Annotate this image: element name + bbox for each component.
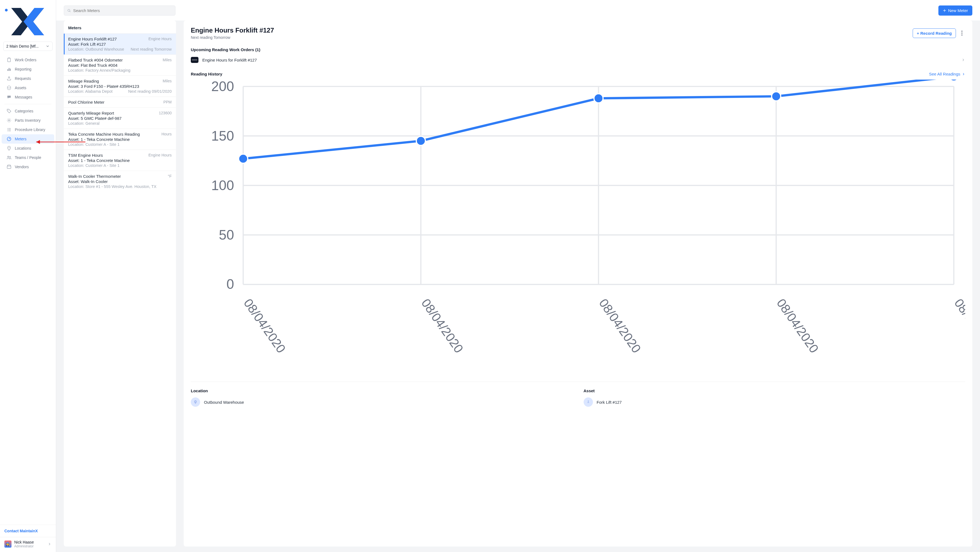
search-icon bbox=[67, 9, 71, 13]
sidebar-item-parts-inventory[interactable]: Parts Inventory bbox=[2, 116, 54, 125]
meter-next-reading: Next reading Tomorrow bbox=[130, 47, 172, 51]
meter-list-item[interactable]: Walk-In Cooler Thermometer°FAsset: Walk-… bbox=[64, 171, 176, 192]
reading-history-heading: Reading History bbox=[191, 72, 222, 76]
cubes-icon bbox=[6, 85, 11, 90]
svg-text:08/04/2020: 08/04/2020 bbox=[951, 296, 965, 355]
meter-unit: PPM bbox=[164, 100, 172, 105]
asset-row[interactable]: Fork Lift #127 bbox=[584, 397, 966, 407]
pin-icon bbox=[191, 397, 200, 407]
new-meter-button[interactable]: New Meter bbox=[939, 5, 972, 16]
sidebar-item-procedure-library[interactable]: Procedure Library bbox=[2, 125, 54, 134]
sidebar-item-meters[interactable]: Meters bbox=[2, 134, 54, 144]
svg-point-33 bbox=[949, 79, 958, 81]
svg-rect-2 bbox=[7, 69, 8, 71]
meter-unit: Engine Hours bbox=[148, 153, 172, 157]
meter-asset: Asset: Flat Bed Truck #004 bbox=[68, 63, 172, 68]
sidebar-item-teams-people[interactable]: Teams / People bbox=[2, 153, 54, 162]
see-all-readings-link[interactable]: See All Readings bbox=[929, 72, 965, 76]
sidebar-item-locations[interactable]: Locations bbox=[2, 144, 54, 153]
upcoming-work-orders-heading: Upcoming Reading Work Orders (1) bbox=[191, 47, 965, 52]
meter-location: Location: Customer A - Site 1 bbox=[68, 163, 119, 168]
more-menu-button[interactable] bbox=[959, 30, 965, 36]
location-label: Location bbox=[191, 389, 573, 393]
svg-point-11 bbox=[10, 157, 11, 157]
nav-label: Reporting bbox=[15, 67, 32, 71]
meter-name: Quarterly Mileage Report bbox=[68, 111, 114, 116]
list-icon bbox=[6, 127, 11, 132]
user-role: Administrator bbox=[14, 544, 34, 548]
meter-asset: Asset: 5 GMC Plate# def-987 bbox=[68, 116, 172, 121]
meter-name: Flatbed Truck #004 Odometer bbox=[68, 58, 123, 62]
svg-text:08/04/2020: 08/04/2020 bbox=[596, 296, 644, 355]
search-input-wrap[interactable] bbox=[64, 5, 175, 16]
sidebar-item-categories[interactable]: Categories bbox=[2, 106, 54, 116]
bar-chart-icon bbox=[6, 67, 11, 72]
meter-list-item[interactable]: TSM Engine HoursEngine HoursAsset: 1 - T… bbox=[64, 150, 176, 171]
search-input[interactable] bbox=[73, 8, 172, 13]
meters-list[interactable]: Engine Hours Forklift #127Engine HoursAs… bbox=[64, 33, 176, 547]
sidebar-item-assets[interactable]: Assets bbox=[2, 83, 54, 92]
vendor-icon bbox=[6, 164, 11, 169]
logo bbox=[0, 0, 56, 40]
svg-point-32 bbox=[772, 92, 781, 101]
record-reading-button[interactable]: + Record Reading bbox=[913, 29, 956, 38]
sidebar-item-reporting[interactable]: Reporting bbox=[2, 65, 54, 74]
sidebar-item-vendors[interactable]: Vendors bbox=[2, 162, 54, 171]
topbar: New Meter bbox=[56, 0, 980, 21]
meter-list-item[interactable]: Mileage ReadingMilesAsset: 3 Ford F150 -… bbox=[64, 76, 176, 97]
org-selector[interactable]: 2 Main Demo [Mf... bbox=[3, 41, 52, 51]
meter-unit: °F bbox=[168, 174, 172, 179]
location-row[interactable]: Outbound Warehouse bbox=[191, 397, 573, 407]
meter-location: Location: General bbox=[68, 121, 99, 125]
svg-text:08/04/2020: 08/04/2020 bbox=[241, 296, 288, 355]
nav-label: Categories bbox=[15, 109, 33, 113]
nav-label: Meters bbox=[15, 137, 27, 141]
meter-list-item[interactable]: Teka Concrete Machine Hours ReadingHours… bbox=[64, 128, 176, 150]
nav-label: Procedure Library bbox=[15, 127, 45, 132]
sidebar-item-work-orders[interactable]: Work Orders bbox=[2, 55, 54, 65]
svg-point-6 bbox=[8, 120, 10, 121]
meter-name: Walk-In Cooler Thermometer bbox=[68, 174, 121, 179]
work-order-row[interactable]: 00000 Engine Hours for Forklift #127 bbox=[191, 56, 965, 64]
meter-name: Teka Concrete Machine Hours Reading bbox=[68, 132, 140, 136]
sidebar-item-requests[interactable]: Requests bbox=[2, 74, 54, 83]
nav-label: Assets bbox=[15, 86, 26, 90]
meter-location: Location: Alabama Depot bbox=[68, 89, 113, 94]
people-icon bbox=[6, 155, 11, 160]
meter-location: Location: Factory Annex/Packaging bbox=[68, 68, 130, 73]
meter-name: TSM Engine Hours bbox=[68, 153, 103, 157]
meter-list-item[interactable]: Quarterly Mileage Report123600Asset: 5 G… bbox=[64, 108, 176, 128]
maintainx-logo-icon bbox=[10, 6, 45, 36]
sidebar-item-messages[interactable]: Messages bbox=[2, 92, 54, 102]
gear-icon bbox=[6, 118, 11, 123]
svg-rect-3 bbox=[9, 68, 10, 71]
meter-next-reading: Next reading 09/01/2020 bbox=[128, 89, 172, 94]
meter-asset: Asset: Fork Lift #127 bbox=[68, 42, 172, 46]
chevron-right-icon bbox=[962, 73, 965, 76]
svg-point-29 bbox=[239, 154, 248, 163]
svg-point-39 bbox=[195, 401, 196, 402]
svg-text:08/04/2020: 08/04/2020 bbox=[774, 296, 821, 355]
clipboard-icon bbox=[6, 57, 11, 62]
svg-text:0: 0 bbox=[226, 276, 234, 292]
svg-rect-12 bbox=[7, 166, 11, 168]
asset-icon bbox=[584, 397, 593, 407]
meter-unit: Engine Hours bbox=[148, 36, 172, 41]
chevron-right-icon bbox=[48, 542, 51, 546]
inbox-out-icon bbox=[6, 76, 11, 81]
svg-point-9 bbox=[9, 147, 10, 148]
content: Meters Engine Hours Forklift #127Engine … bbox=[56, 21, 980, 552]
meter-detail-title: Engine Hours Forklift #127 bbox=[191, 27, 274, 34]
meter-asset: Asset: Walk-In Cooler bbox=[68, 179, 172, 184]
nav-label: Messages bbox=[15, 95, 32, 99]
svg-point-10 bbox=[8, 156, 9, 157]
plus-icon bbox=[943, 9, 946, 12]
user-menu[interactable]: 🧑‍🔧 Nick Haase Administrator bbox=[0, 537, 56, 552]
meter-list-item[interactable]: Engine Hours Forklift #127Engine HoursAs… bbox=[64, 33, 176, 54]
meter-list-item[interactable]: Flatbed Truck #004 OdometerMilesAsset: F… bbox=[64, 54, 176, 76]
contact-maintainx-link[interactable]: Contact MaintainX bbox=[0, 525, 56, 537]
svg-rect-4 bbox=[10, 69, 11, 71]
meter-list-item[interactable]: Pool Chlorine MeterPPM bbox=[64, 97, 176, 108]
meter-detail-panel: Engine Hours Forklift #127 Next reading … bbox=[184, 21, 972, 547]
svg-text:50: 50 bbox=[219, 227, 234, 243]
